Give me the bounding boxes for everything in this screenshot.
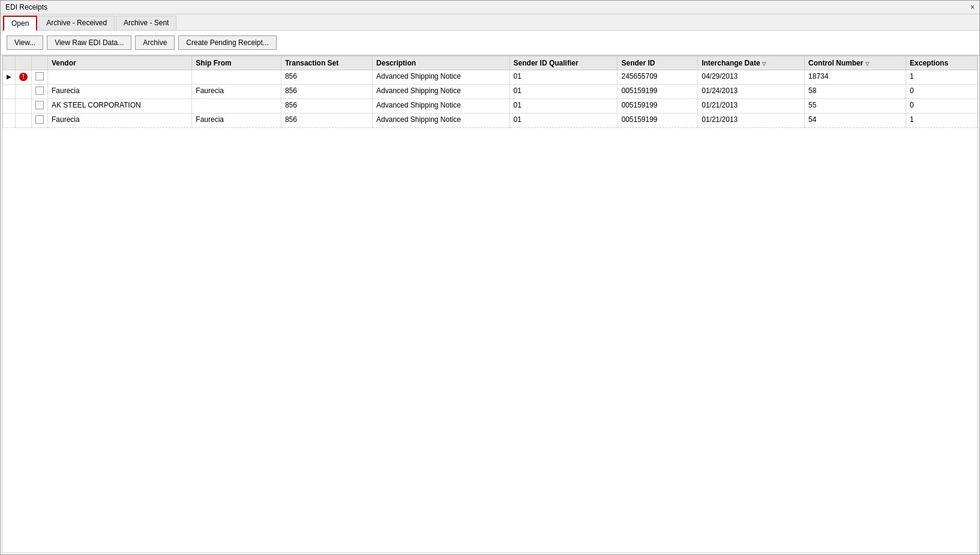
row-checkbox[interactable]: [35, 101, 44, 109]
description-cell: Advanced Shipping Notice: [373, 70, 510, 85]
description-cell: Advanced Shipping Notice: [373, 114, 510, 128]
interchange-date-cell: 01/24/2013: [698, 85, 805, 99]
col-shipfrom-header: Ship From: [192, 56, 281, 70]
content-area: Vendor Ship From Transaction Set Descrip…: [2, 55, 978, 553]
vendor-cell: Faurecia: [48, 85, 192, 99]
transaction-set-cell: 856: [281, 70, 372, 85]
vendor-cell: [48, 70, 192, 85]
window-title: EDI Receipts: [5, 3, 47, 11]
col-transaction-set-header: Transaction Set: [281, 56, 372, 70]
checkbox-cell[interactable]: [32, 99, 48, 114]
error-cell: [16, 114, 32, 128]
sender-id-qualifier-cell: 01: [510, 85, 618, 99]
checkbox-cell[interactable]: [32, 85, 48, 99]
ship-from-cell: Faurecia: [192, 85, 281, 99]
sender-id-qualifier-cell: 01: [510, 70, 618, 85]
error-icon: !: [19, 73, 28, 81]
archive-button[interactable]: Archive: [135, 35, 175, 50]
exceptions-cell: 0: [906, 99, 978, 114]
expander-cell: [3, 114, 16, 128]
vendor-cell: Faurecia: [48, 114, 192, 128]
title-bar: EDI Receipts ×: [1, 1, 979, 14]
col-sender-id-header: Sender ID: [618, 56, 698, 70]
error-cell: [16, 99, 32, 114]
sender-id-cell: 005159199: [618, 85, 698, 99]
col-interchange-date-header[interactable]: Interchange Date ▽: [698, 56, 805, 70]
col-vendor-header: Vendor: [48, 56, 192, 70]
row-checkbox[interactable]: [35, 72, 44, 80]
sender-id-cell: 005159199: [618, 114, 698, 128]
table-row[interactable]: FaureciaFaurecia856Advanced Shipping Not…: [3, 114, 978, 128]
view-button[interactable]: View...: [7, 35, 43, 50]
exceptions-cell: 1: [906, 114, 978, 128]
table-row[interactable]: FaureciaFaurecia856Advanced Shipping Not…: [3, 85, 978, 99]
edi-receipts-table: Vendor Ship From Transaction Set Descrip…: [2, 56, 978, 128]
ship-from-cell: Faurecia: [192, 114, 281, 128]
control-number-sort-icon: ▽: [865, 61, 869, 67]
sender-id-cell: 245655709: [618, 70, 698, 85]
expander-cell: ▶: [3, 70, 16, 85]
sender-id-qualifier-cell: 01: [510, 99, 618, 114]
transaction-set-cell: 856: [281, 99, 372, 114]
view-raw-edi-button[interactable]: View Raw EDI Data...: [47, 35, 131, 50]
sender-id-qualifier-cell: 01: [510, 114, 618, 128]
expander-cell: [3, 85, 16, 99]
col-error-header: [16, 56, 32, 70]
expand-arrow-icon[interactable]: ▶: [7, 73, 11, 80]
ship-from-cell: [192, 99, 281, 114]
col-checkbox-header: [32, 56, 48, 70]
table-row[interactable]: ▶!856Advanced Shipping Notice01245655709…: [3, 70, 978, 85]
description-cell: Advanced Shipping Notice: [373, 85, 510, 99]
control-number-cell: 54: [805, 114, 906, 128]
table-body: ▶!856Advanced Shipping Notice01245655709…: [3, 70, 978, 128]
error-cell: !: [16, 70, 32, 85]
exceptions-cell: 0: [906, 85, 978, 99]
col-expander-header: [3, 56, 16, 70]
close-button[interactable]: ×: [970, 3, 975, 11]
interchange-date-cell: 01/21/2013: [698, 114, 805, 128]
error-cell: [16, 85, 32, 99]
exceptions-cell: 1: [906, 70, 978, 85]
tab-bar: Open Archive - Received Archive - Sent: [1, 14, 979, 31]
toolbar: View... View Raw EDI Data... Archive Cre…: [1, 31, 979, 55]
interchange-date-sort-icon: ▽: [762, 61, 766, 67]
vendor-cell: AK STEEL CORPORATION: [48, 99, 192, 114]
col-exceptions-header: Exceptions: [906, 56, 978, 70]
transaction-set-cell: 856: [281, 85, 372, 99]
col-description-header: Description: [373, 56, 510, 70]
transaction-set-cell: 856: [281, 114, 372, 128]
checkbox-cell[interactable]: [32, 70, 48, 85]
table-row[interactable]: AK STEEL CORPORATION856Advanced Shipping…: [3, 99, 978, 114]
control-number-cell: 18734: [805, 70, 906, 85]
checkbox-cell[interactable]: [32, 114, 48, 128]
tab-archive-received[interactable]: Archive - Received: [38, 16, 115, 30]
row-checkbox[interactable]: [35, 86, 44, 95]
interchange-date-cell: 04/29/2013: [698, 70, 805, 85]
control-number-cell: 55: [805, 99, 906, 114]
tab-archive-sent[interactable]: Archive - Sent: [116, 16, 176, 30]
main-window: EDI Receipts × Open Archive - Received A…: [0, 0, 980, 555]
sender-id-cell: 005159199: [618, 99, 698, 114]
interchange-date-cell: 01/21/2013: [698, 99, 805, 114]
create-pending-receipt-button[interactable]: Create Pending Receipt...: [178, 35, 276, 50]
col-sender-id-qualifier-header: Sender ID Qualifier: [510, 56, 618, 70]
row-checkbox[interactable]: [35, 115, 44, 124]
control-number-cell: 58: [805, 85, 906, 99]
description-cell: Advanced Shipping Notice: [373, 99, 510, 114]
tab-open[interactable]: Open: [3, 16, 37, 31]
ship-from-cell: [192, 70, 281, 85]
expander-cell: [3, 99, 16, 114]
table-header: Vendor Ship From Transaction Set Descrip…: [3, 56, 978, 70]
col-control-number-header[interactable]: Control Number ▽: [805, 56, 906, 70]
